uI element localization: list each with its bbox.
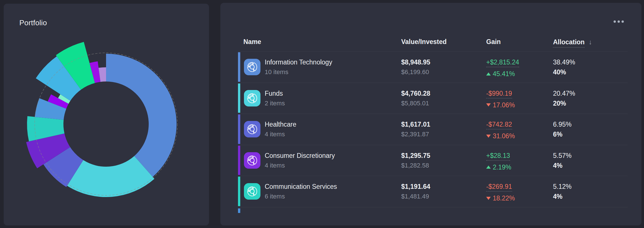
row-invested-value: $1,282.58 [401, 161, 430, 170]
row-allocation-target: 6% [553, 130, 571, 139]
row-invested-value: $5,805.01 [401, 99, 430, 108]
column-header-allocation-label: Allocation [553, 38, 585, 48]
row-allocation-current: 5.57% [553, 151, 571, 160]
row-allocation-target: 40% [553, 68, 575, 76]
column-header-value-invested[interactable]: Value/Invested [401, 38, 447, 46]
row-name: Communication Services [265, 182, 337, 191]
row-invested-value: $1,481.49 [401, 192, 430, 201]
row-current-value: $8,948.95 [401, 58, 430, 66]
row-allocation-current: 20.47% [553, 89, 575, 98]
table-row-funds[interactable]: Funds 2 items $4,760.28 $5,805.01 -$990.… [238, 83, 628, 114]
column-header-gain[interactable]: Gain [486, 38, 501, 46]
row-accent-bar [238, 208, 240, 213]
column-header-allocation[interactable]: Allocation ↓ [553, 38, 592, 46]
row-accent-bar [238, 83, 240, 113]
row-gain-percent: 31.06% [493, 132, 515, 140]
row-gain-amount[interactable]: +$28.13 [486, 152, 510, 161]
triangle-up-icon [486, 72, 491, 76]
row-current-value: $4,760.28 [401, 89, 430, 98]
row-current-value: $1,191.64 [401, 182, 430, 191]
table-row-consumer-discretionary[interactable]: Consumer Discretionary 4 items $1,295.75… [238, 145, 628, 176]
row-gain-percent: 17.06% [493, 101, 515, 109]
row-allocation-target: 20% [553, 99, 575, 108]
row-items-count: 6 items [265, 192, 337, 201]
triangle-up-icon [486, 166, 491, 169]
row-items-count: 4 items [265, 161, 335, 170]
triangle-down-icon [486, 103, 491, 106]
table-row-healthcare[interactable]: Healthcare 4 items $1,617.01 $2,391.87 -… [238, 114, 628, 145]
row-gain-amount[interactable]: -$269.91 [486, 183, 512, 192]
row-accent-bar [238, 177, 240, 206]
column-header-name[interactable]: Name [243, 38, 261, 46]
row-gain-percent: 18.22% [493, 194, 515, 202]
donut-chart-icon [244, 152, 260, 169]
row-allocation-current: 6.95% [553, 120, 571, 129]
row-gain-amount[interactable]: +$2,815.24 [486, 58, 519, 67]
sort-desc-icon: ↓ [589, 38, 592, 46]
row-gain-percent: 2.19% [493, 163, 511, 171]
row-gain-percent: 45.41% [493, 70, 515, 78]
row-gain-amount[interactable]: -$990.19 [486, 90, 512, 99]
row-gain-amount[interactable]: -$742.82 [486, 121, 512, 129]
donut-chart-icon [244, 183, 260, 200]
triangle-down-icon [486, 197, 491, 200]
row-invested-value: $2,391.87 [401, 130, 430, 139]
triangle-down-icon [486, 135, 491, 138]
row-accent-bar [238, 146, 240, 175]
row-name: Healthcare [265, 120, 296, 129]
chart-segment [106, 54, 177, 177]
row-allocation-current: 38.49% [553, 58, 575, 66]
donut-chart-icon [244, 121, 260, 137]
row-allocation-current: 5.12% [553, 182, 571, 191]
row-name: Funds [265, 89, 285, 98]
allocation-rose-chart[interactable] [4, 4, 209, 225]
row-allocation-target: 4% [553, 192, 571, 201]
row-items-count: 2 items [265, 99, 285, 108]
row-accent-bar [238, 114, 240, 144]
row-name: Information Technology [265, 58, 332, 66]
row-current-value: $1,617.01 [401, 120, 430, 129]
row-items-count: 10 items [265, 68, 332, 76]
row-allocation-target: 4% [553, 161, 571, 170]
row-invested-value: $6,199.60 [401, 68, 430, 76]
table-header: Name Value/Invested Gain Allocation ↓ [220, 3, 641, 51]
table-body: Information Technology 10 items $8,948.9… [220, 51, 641, 213]
row-items-count: 4 items [265, 130, 296, 139]
donut-chart-icon [244, 59, 260, 75]
table-row-information-technology[interactable]: Information Technology 10 items $8,948.9… [238, 51, 628, 83]
allocation-table-card: Name Value/Invested Gain Allocation ↓ In… [220, 3, 641, 225]
next-row-partial [238, 207, 628, 213]
donut-chart-icon [244, 90, 260, 106]
row-current-value: $1,295.75 [401, 151, 430, 160]
row-accent-bar [238, 52, 240, 82]
table-row-communication-services[interactable]: Communication Services 6 items $1,191.64… [238, 176, 628, 207]
portfolio-chart-card: Portfolio [4, 4, 209, 225]
row-name: Consumer Discretionary [265, 151, 335, 160]
